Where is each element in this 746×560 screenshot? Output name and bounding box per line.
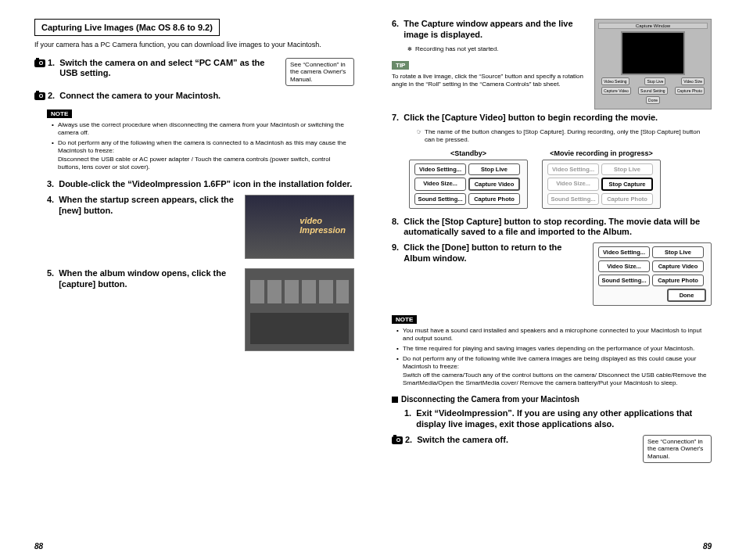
capture-photo-button: Capture Photo bbox=[601, 193, 653, 205]
step-9: 9. Click the [Done] button to return to … bbox=[392, 242, 712, 306]
step-number: 1. bbox=[48, 58, 55, 87]
step-6: 6. The Capture window appears and the li… bbox=[392, 19, 712, 109]
step-text: Switch the camera off. bbox=[417, 435, 637, 464]
note-item: Do not perform any of the following when… bbox=[52, 139, 354, 171]
step-number: 4. bbox=[47, 195, 54, 217]
step-text: Exit “VideoImpression”. If you are using… bbox=[416, 408, 712, 430]
tip-text: To rotate a live image, click the “Sourc… bbox=[392, 73, 586, 89]
step-text: Click the [Capture Video] button to begi… bbox=[403, 113, 658, 124]
step-text: The Capture window appears and the live … bbox=[403, 19, 586, 41]
video-setting-button[interactable]: Video Setting... bbox=[414, 163, 466, 175]
capture-window-screenshot: Capture Window Video SettingStop LiveVid… bbox=[594, 19, 712, 109]
album-screenshot bbox=[245, 268, 354, 351]
step-4: 4. When the startup screen appears, clic… bbox=[47, 195, 354, 259]
video-size-button[interactable]: Video Size... bbox=[414, 178, 466, 191]
standby-label: <Standby> bbox=[450, 149, 486, 157]
step-5: 5. When the album window opens, click th… bbox=[47, 268, 354, 351]
tip-badge: TIP bbox=[392, 61, 409, 70]
note-badge: NOTE bbox=[392, 315, 417, 324]
note-item: You must have a sound card installed and… bbox=[396, 327, 712, 343]
capture-video-button[interactable]: Capture Video bbox=[652, 260, 704, 272]
step-7: 7. Click the [Capture Video] button to b… bbox=[392, 113, 712, 124]
capture-photo-button[interactable]: Capture Photo bbox=[652, 275, 704, 286]
side-note: See “Connection” in the camera Owner's M… bbox=[285, 58, 354, 87]
sound-setting-button[interactable]: Sound Setting... bbox=[414, 193, 466, 205]
camera-icon bbox=[392, 436, 403, 444]
video-size-button[interactable]: Video Size... bbox=[598, 260, 650, 272]
page-number: 89 bbox=[703, 542, 712, 551]
step-number: 7. bbox=[392, 113, 399, 124]
done-button[interactable]: Done bbox=[667, 289, 706, 302]
done-panel: Video Setting... Stop Live Video Size...… bbox=[593, 242, 712, 306]
step-1: 1. Switch the camera on and select “PC C… bbox=[34, 58, 354, 87]
side-note: See “Connection” in the camera Owner's M… bbox=[643, 435, 712, 464]
step-text: Double-click the “VideoImpression 1.6FP”… bbox=[59, 179, 352, 190]
recording-label: <Movie recording in progress> bbox=[550, 149, 653, 157]
stop-live-button[interactable]: Stop Live bbox=[652, 246, 704, 258]
step-text: Click the [Stop Capture] button to stop … bbox=[403, 217, 712, 239]
startup-screenshot bbox=[245, 195, 354, 259]
recording-panel: Video Setting... Stop Live Video Size...… bbox=[542, 160, 661, 209]
button-panels: <Standby> Video Setting... Stop Live Vid… bbox=[409, 149, 712, 209]
capture-video-button[interactable]: Capture Video bbox=[468, 178, 520, 191]
step-text: Switch the camera on and select “PC CAM”… bbox=[59, 58, 279, 87]
note-item: The time required for playing and saving… bbox=[396, 345, 712, 353]
step-text: Connect the camera to your Macintosh. bbox=[59, 91, 221, 102]
step-number: 6. bbox=[392, 19, 399, 41]
disconnect-heading: Disconnecting the Camera from your Macin… bbox=[392, 395, 712, 404]
note-item: Do not perform any of the following whil… bbox=[396, 355, 712, 387]
stop-live-button[interactable]: Stop Live bbox=[468, 163, 520, 175]
step-3: 3. Double-click the “VideoImpression 1.6… bbox=[47, 179, 354, 190]
page-number: 88 bbox=[34, 542, 43, 551]
stop-capture-button[interactable]: Stop Capture bbox=[601, 178, 653, 191]
sound-setting-button[interactable]: Sound Setting... bbox=[598, 275, 650, 286]
step-sub: The name of the button changes to [Stop … bbox=[417, 128, 712, 145]
camera-icon bbox=[34, 59, 45, 67]
step-text: When the album window opens, click the [… bbox=[59, 268, 237, 290]
step-text: When the startup screen appears, click t… bbox=[59, 195, 237, 217]
step-number: 1. bbox=[404, 408, 411, 430]
step-number: 5. bbox=[47, 268, 54, 290]
disconnect-step-1: 1. Exit “VideoImpression”. If you are us… bbox=[404, 408, 712, 430]
step-sub: Recording has not yet started. bbox=[407, 45, 586, 53]
page-89: 6. The Capture window appears and the li… bbox=[373, 0, 746, 560]
section-intro: If your camera has a PC Camera function,… bbox=[34, 41, 354, 50]
section-title: Capturing Live Images (Mac OS 8.6 to 9.2… bbox=[34, 19, 220, 36]
video-setting-button: Video Setting... bbox=[547, 163, 599, 175]
step-2: 2. Connect the camera to your Macintosh. bbox=[34, 91, 354, 102]
step-number: 8. bbox=[392, 217, 399, 239]
camera-icon bbox=[34, 92, 45, 100]
stop-live-button: Stop Live bbox=[601, 163, 653, 175]
step-8: 8. Click the [Stop Capture] button to st… bbox=[392, 217, 712, 239]
note-list: You must have a sound card installed and… bbox=[396, 327, 712, 387]
video-size-button: Video Size... bbox=[547, 178, 599, 191]
capture-photo-button[interactable]: Capture Photo bbox=[468, 193, 520, 205]
standby-panel: Video Setting... Stop Live Video Size...… bbox=[409, 160, 528, 209]
disconnect-step-2: 2. Switch the camera off. See “Connectio… bbox=[392, 435, 712, 464]
sound-setting-button: Sound Setting... bbox=[547, 193, 599, 205]
note-item: Always use the correct procedure when di… bbox=[52, 121, 354, 137]
note-list: Always use the correct procedure when di… bbox=[52, 121, 354, 171]
step-text: Click the [Done] button to return to the… bbox=[403, 242, 583, 264]
step-number: 2. bbox=[48, 91, 55, 102]
note-badge: NOTE bbox=[47, 109, 72, 118]
square-bullet-icon bbox=[392, 397, 398, 403]
step-number: 3. bbox=[47, 179, 54, 190]
step-number: 9. bbox=[392, 242, 399, 264]
page-88: Capturing Live Images (Mac OS 8.6 to 9.2… bbox=[0, 0, 373, 560]
video-setting-button[interactable]: Video Setting... bbox=[598, 246, 650, 258]
step-number: 2. bbox=[405, 435, 412, 464]
